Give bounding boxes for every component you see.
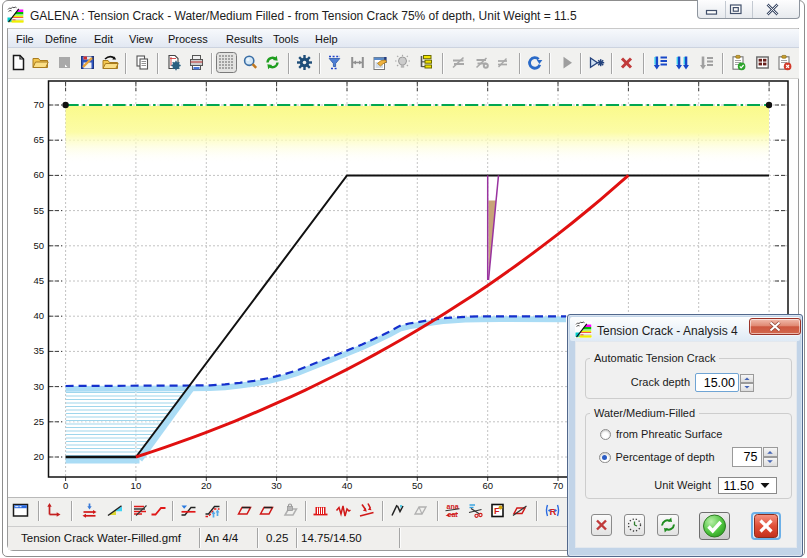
svg-text:60: 60 [33, 169, 44, 180]
svg-text:20: 20 [201, 480, 212, 491]
svg-text:30: 30 [33, 381, 44, 392]
svg-text:35: 35 [33, 345, 44, 356]
svg-text:10: 10 [131, 480, 142, 491]
svg-text:25: 25 [33, 416, 44, 427]
svg-text:40: 40 [33, 310, 44, 321]
svg-text:0: 0 [63, 480, 68, 491]
svg-text:30: 30 [271, 480, 282, 491]
svg-text:70: 70 [33, 99, 44, 110]
svg-text:70: 70 [553, 480, 564, 491]
svg-text:65: 65 [33, 134, 44, 145]
svg-text:50: 50 [33, 240, 44, 251]
svg-text:50: 50 [412, 480, 423, 491]
svg-text:45: 45 [33, 275, 44, 286]
svg-text:55: 55 [33, 205, 44, 216]
svg-text:40: 40 [342, 480, 353, 491]
svg-text:20: 20 [33, 451, 44, 462]
svg-text:60: 60 [482, 480, 493, 491]
